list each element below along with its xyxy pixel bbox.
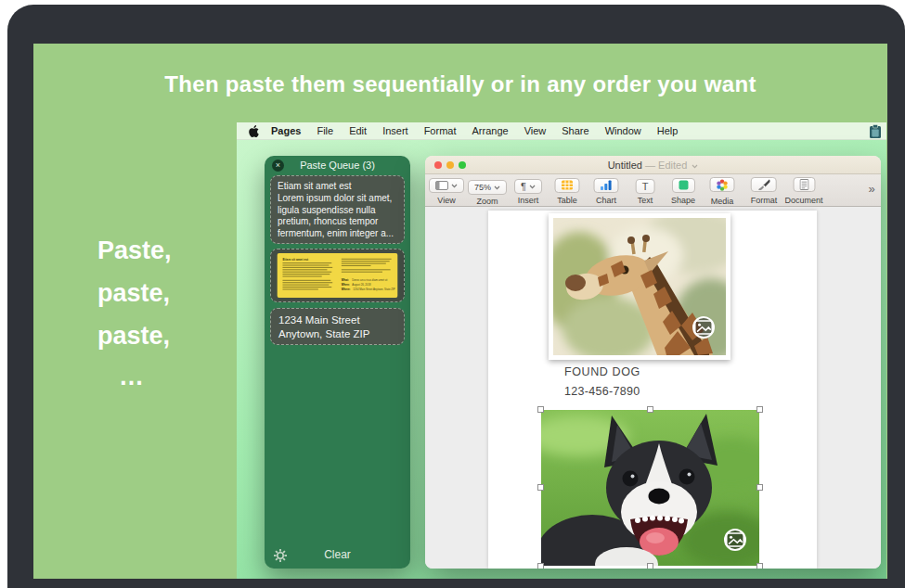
toolbar-overflow-button[interactable]: » [868, 182, 874, 196]
giraffe-photo[interactable] [549, 213, 730, 360]
selection-handle-sw[interactable] [537, 563, 544, 569]
selection-handle-s[interactable] [647, 563, 653, 569]
found-dog-text[interactable]: FOUND DOG [564, 365, 640, 378]
menu-item-help[interactable]: Help [657, 125, 679, 136]
clear-button[interactable]: Clear [265, 548, 410, 561]
chevron-down-icon [529, 185, 536, 189]
shape-icon [679, 180, 689, 190]
menu-item-window[interactable]: Window [605, 125, 641, 136]
document-thumbnail-graphic: Etiam sit amet est [275, 253, 400, 298]
text-icon: T [642, 181, 649, 192]
document-icon [799, 179, 808, 190]
queue-item-document-thumbnail[interactable]: Etiam sit amet est [270, 249, 405, 302]
toolbar-media: Media [710, 177, 735, 206]
device-frame: Then paste them sequentially or in any o… [7, 5, 905, 588]
menu-item-edit[interactable]: Edit [349, 125, 367, 136]
phone-number-text[interactable]: 123-456-7890 [564, 385, 640, 398]
text-button[interactable]: T [636, 179, 655, 194]
queue-item-address[interactable]: 1234 Main Street Anytown, State ZIP [270, 308, 405, 345]
toolbar-chart: Chart [594, 177, 619, 205]
chevron-down-icon [494, 185, 500, 190]
slide-caption-line: paste, [97, 279, 170, 308]
view-icon [435, 181, 448, 190]
chart-icon [601, 180, 613, 190]
menu-bar: Pages File Edit Insert Format Arrange Vi… [237, 122, 886, 140]
menu-item-view[interactable]: View [524, 125, 547, 136]
queue-item-text[interactable]: Etiam sit amet est Lorem ipsum dolor sit… [270, 175, 405, 244]
paste-queue-header: × Paste Queue (3) [265, 156, 410, 176]
pilcrow-icon: ¶ [521, 181, 526, 192]
selection-handle-nw[interactable] [537, 406, 544, 413]
replace-image-badge[interactable] [692, 316, 715, 339]
menu-item-pages[interactable]: Pages [271, 125, 301, 136]
slide-caption-line: paste, [97, 322, 170, 351]
menu-item-insert[interactable]: Insert [382, 125, 408, 136]
paste-queue-title: Paste Queue (3) [265, 160, 410, 171]
table-icon [562, 180, 574, 190]
media-button[interactable] [710, 177, 735, 192]
clipboard-menu-icon[interactable] [868, 123, 883, 139]
apple-menu-icon[interactable] [249, 125, 259, 137]
toolbar-zoom: 75% Zoom [468, 177, 507, 206]
window-titlebar[interactable]: Untitled — Edited [425, 156, 881, 174]
view-button[interactable] [429, 178, 464, 193]
slide-title: Then paste them sequentially or in any o… [33, 71, 887, 97]
selection-handle-ne[interactable] [756, 406, 763, 413]
chart-button[interactable] [594, 178, 619, 193]
toolbar-insert: ¶ Insert [514, 177, 542, 205]
chevron-down-icon [692, 160, 698, 171]
toolbar-shape: Shape [671, 177, 695, 205]
selection-handle-e[interactable] [756, 484, 763, 491]
toolbar-table: Table [555, 177, 580, 205]
window-toolbar: View 75% Zoom ¶ [425, 174, 881, 207]
shape-button[interactable] [672, 178, 695, 193]
selection-handle-w[interactable] [537, 484, 544, 491]
svg-text:Etiam sit amet est: Etiam sit amet est [282, 258, 309, 262]
svg-text:Where:: Where: [342, 288, 351, 291]
zoom-button[interactable]: 75% [468, 180, 507, 195]
document-title: Untitled [608, 160, 642, 171]
paste-queue-panel: × Paste Queue (3) Etiam sit amet est Lor… [265, 156, 410, 569]
svg-text:What:: What: [342, 278, 349, 282]
zoom-value: 75% [474, 183, 491, 192]
document-button[interactable] [793, 177, 815, 192]
slide-caption-ellipsis: … [119, 363, 144, 391]
menu-item-arrange[interactable]: Arrange [472, 125, 508, 136]
menu-item-share[interactable]: Share [562, 125, 588, 136]
toolbar-text: T Text [636, 177, 655, 205]
insert-button[interactable]: ¶ [514, 179, 542, 194]
pages-window: Untitled — Edited [425, 156, 881, 569]
menu-item-file[interactable]: File [317, 125, 333, 136]
slide-background: Then paste them sequentially or in any o… [33, 44, 887, 579]
window-title: Untitled — Edited [425, 160, 881, 171]
macos-desktop: Pages File Edit Insert Format Arrange Vi… [237, 122, 886, 579]
toolbar-format: Format [751, 177, 778, 205]
chevron-down-icon [451, 184, 458, 188]
svg-text:August 26, 2018: August 26, 2018 [352, 283, 371, 287]
document-edited-status[interactable]: — Edited [645, 160, 698, 171]
format-button[interactable] [751, 177, 777, 192]
table-button[interactable] [555, 178, 580, 193]
slide-caption-line: Paste, [97, 236, 172, 265]
media-icon [717, 179, 729, 191]
format-brush-icon [757, 179, 770, 190]
svg-text:1234 Main Street Anytown, Stat: 1234 Main Street Anytown, State ZIP [353, 288, 395, 291]
selection-handle-se[interactable] [756, 563, 763, 569]
replace-image-badge[interactable] [724, 529, 746, 551]
toolbar-document: Document [784, 177, 822, 205]
svg-text:When:: When: [342, 283, 350, 287]
menu-item-format[interactable]: Format [424, 125, 457, 136]
document-canvas: FOUND DOG 123-456-7890 [425, 207, 881, 569]
screenshot-root: Then paste them sequentially or in any o… [0, 0, 905, 588]
selection-handle-n[interactable] [647, 406, 653, 413]
svg-text:Donec arcu risus diam amet sit: Donec arcu risus diam amet sit [352, 278, 387, 282]
dog-photo[interactable] [541, 410, 759, 566]
toolbar-view: View [429, 177, 464, 205]
